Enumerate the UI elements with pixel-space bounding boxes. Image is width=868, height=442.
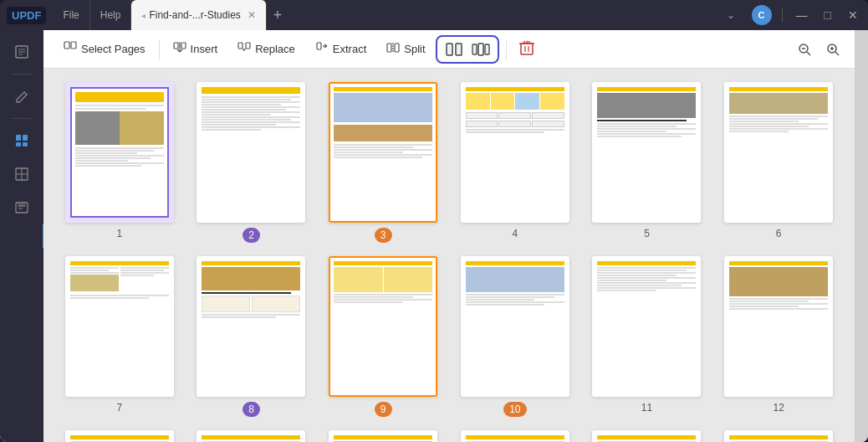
page-thumb-16[interactable] [456, 430, 574, 442]
maximize-button[interactable]: □ [821, 5, 835, 25]
page-thumbnail-3 [329, 82, 437, 223]
app-logo: UPDF [7, 7, 46, 24]
split-button[interactable]: Split [376, 36, 435, 62]
title-bar: UPDF File Help ◂ Find-and-...r-Studies ✕… [0, 0, 868, 30]
page-thumb-5[interactable]: 5 [588, 82, 707, 243]
window-controls: ⌄ C — □ ✕ [720, 5, 861, 25]
zoom-in-button[interactable] [821, 38, 845, 61]
page-thumbnail-9 [329, 256, 437, 397]
extract-button[interactable]: Extract [305, 36, 376, 62]
zoom-out-button[interactable] [793, 38, 816, 61]
page-number-5: 5 [644, 228, 650, 239]
svg-rect-15 [64, 42, 69, 49]
toolbar: Select Pages Insert [43, 30, 855, 69]
page-thumbnail-4 [461, 82, 569, 223]
page-thumb-8[interactable]: 8 [192, 256, 311, 417]
page-number-1: 1 [116, 228, 122, 239]
page-thumb-14[interactable] [192, 430, 311, 442]
svg-rect-23 [246, 43, 250, 49]
svg-rect-16 [71, 42, 76, 49]
tab-document[interactable]: ◂ Find-and-...r-Studies ✕ [131, 0, 266, 30]
insert-button[interactable]: Insert [163, 36, 228, 62]
scrollbar-track[interactable] [855, 30, 868, 442]
edit-icon[interactable] [7, 81, 37, 111]
svg-rect-33 [472, 44, 477, 54]
svg-rect-35 [485, 44, 489, 54]
form-icon[interactable] [7, 193, 37, 223]
replace-icon [237, 41, 251, 57]
svg-rect-14 [18, 204, 25, 206]
page-number-3: 3 [375, 228, 392, 243]
page-thumb-10[interactable]: 10 [456, 256, 574, 417]
toolbar-sep-1 [159, 39, 160, 59]
page-thumb-9[interactable]: 9 [324, 256, 442, 417]
organize-icon[interactable] [7, 159, 37, 189]
svg-rect-31 [447, 44, 452, 55]
page-number-2: 2 [243, 228, 260, 243]
two-page-view-button[interactable] [469, 39, 493, 59]
page-thumbnail-6 [724, 82, 833, 223]
page-thumb-13[interactable] [60, 430, 179, 442]
page-number-8: 8 [243, 402, 260, 417]
page-thumb-17[interactable] [588, 430, 707, 442]
more-tabs-button[interactable]: ⌄ [720, 6, 742, 24]
page-thumbnail-1 [65, 82, 174, 223]
page-thumb-4[interactable]: 4 [456, 82, 574, 243]
select-pages-icon [64, 41, 77, 57]
page-number-6: 6 [776, 228, 782, 239]
svg-line-45 [807, 52, 810, 55]
page-thumbnail-14 [197, 430, 305, 442]
replace-button[interactable]: Replace [227, 36, 305, 62]
tab-close-icon[interactable]: ✕ [248, 9, 256, 21]
tab-file[interactable]: File [53, 0, 89, 30]
page-thumb-18[interactable] [719, 430, 838, 442]
split-icon [386, 41, 400, 57]
tab-add-button[interactable]: + [267, 7, 289, 24]
page-thumbnail-18 [724, 430, 833, 442]
page-number-12: 12 [773, 402, 784, 414]
page-thumbnail-5 [592, 82, 701, 223]
tab-help[interactable]: Help [90, 0, 132, 30]
tab-help-label: Help [100, 9, 121, 21]
extract-label: Extract [333, 43, 366, 55]
tab-bar: File Help ◂ Find-and-...r-Studies ✕ + [53, 0, 719, 30]
page-number-9: 9 [375, 402, 392, 417]
page-thumb-6[interactable]: 6 [719, 82, 838, 243]
page-thumbnail-11 [592, 256, 701, 397]
page-thumbnail-15 [329, 430, 437, 442]
page-thumbnail-13 [65, 430, 174, 442]
minimize-button[interactable]: — [793, 5, 811, 25]
delete-button[interactable] [513, 34, 540, 64]
page-thumb-7[interactable]: 7 [60, 256, 179, 417]
page-thumbnail-10 [461, 256, 569, 397]
single-page-view-button[interactable] [442, 39, 466, 59]
toolbar-right [793, 38, 845, 61]
svg-rect-28 [387, 44, 391, 52]
page-thumb-15[interactable] [324, 430, 442, 442]
page-number-11: 11 [641, 402, 652, 414]
page-thumbnail-7 [65, 256, 174, 397]
page-thumb-11[interactable]: 11 [588, 256, 707, 417]
pages-icon[interactable] [7, 126, 37, 156]
page-thumb-1[interactable]: 1 [60, 82, 179, 243]
svg-rect-7 [23, 142, 28, 146]
svg-rect-32 [456, 44, 462, 55]
select-pages-button[interactable]: Select Pages [54, 36, 156, 62]
svg-rect-6 [16, 142, 21, 146]
tab-file-label: File [63, 9, 79, 21]
tab-document-label: Find-and-...r-Studies [149, 9, 240, 21]
page-thumb-2[interactable]: 2 [192, 82, 311, 243]
sidebar-separator-2 [12, 118, 32, 119]
reader-icon[interactable] [7, 37, 37, 67]
close-button[interactable]: ✕ [845, 5, 861, 25]
page-view-toggle [436, 35, 499, 64]
insert-label: Insert [191, 43, 218, 55]
page-number-4: 4 [512, 228, 518, 239]
avatar[interactable]: C [752, 5, 772, 25]
insert-icon [173, 41, 186, 57]
svg-rect-24 [317, 43, 321, 49]
page-thumb-12[interactable]: 12 [719, 256, 838, 417]
page-thumb-3[interactable]: 3 [324, 82, 442, 243]
svg-rect-34 [478, 44, 483, 55]
page-number-10: 10 [503, 402, 526, 417]
